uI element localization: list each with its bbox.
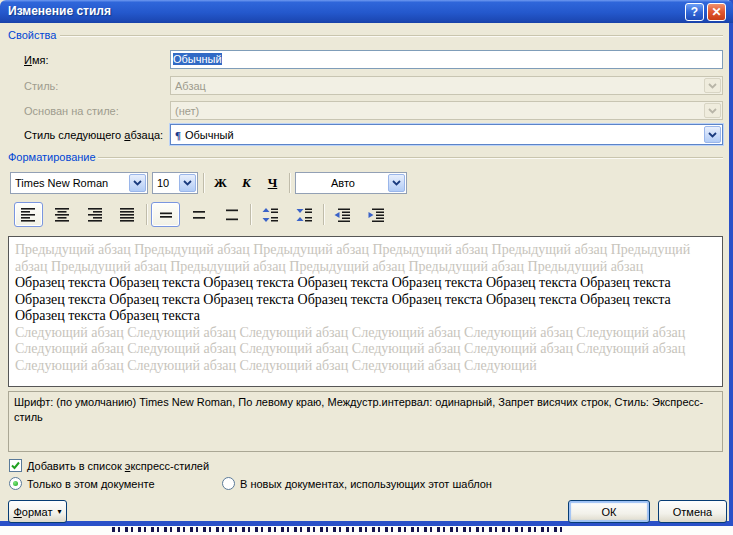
close-icon: ✕: [711, 5, 721, 19]
help-button[interactable]: ?: [685, 3, 704, 21]
next-paragraph-text: Следующий абзац Следующий абзац Следующи…: [15, 325, 716, 375]
only-this-document-radio[interactable]: [9, 477, 22, 490]
font-color-select[interactable]: Авто: [295, 172, 407, 194]
align-left-icon: [19, 206, 39, 224]
selected-text: Обычный: [173, 53, 222, 65]
align-justify-icon: [118, 206, 138, 224]
based-on-select: (нет): [170, 101, 723, 120]
toolbar-separator: [250, 204, 251, 225]
one-half-spacing-button[interactable]: [184, 202, 213, 227]
bold-button[interactable]: Ж: [208, 172, 233, 194]
formatting-section-line: [98, 157, 723, 158]
single-spacing-icon: [156, 206, 176, 224]
double-spacing-button[interactable]: [217, 202, 246, 227]
chevron-down-icon: [704, 103, 721, 118]
toolbar-separator: [203, 173, 204, 193]
toolbar-separator: [289, 173, 290, 193]
decrease-indent-button[interactable]: [327, 202, 357, 227]
single-spacing-button[interactable]: [151, 202, 180, 227]
decrease-spacing-icon: [294, 206, 314, 224]
properties-section-line: [60, 35, 723, 36]
increase-indent-button[interactable]: [361, 202, 391, 227]
chevron-down-icon: [388, 174, 405, 192]
close-button[interactable]: ✕: [707, 3, 726, 21]
checkmark-icon: [11, 461, 20, 470]
style-type-select: Абзац: [170, 76, 723, 95]
clipped-background-text: [112, 527, 564, 532]
sample-text: Образец текста Образец текста Образец те…: [15, 275, 716, 325]
align-right-button[interactable]: [81, 202, 110, 227]
next-paragraph-style-select[interactable]: ¶Обычный: [170, 124, 723, 145]
help-icon: ?: [691, 5, 698, 19]
underline-button[interactable]: Ч: [260, 172, 285, 194]
new-documents-radio[interactable]: [222, 477, 235, 490]
modify-style-dialog: Изменение стиля ? ✕ Свойства Имя: Обычны…: [0, 0, 733, 526]
format-menu-button[interactable]: Формат ▾: [8, 500, 67, 523]
font-size-select[interactable]: 10: [152, 172, 198, 194]
cancel-button[interactable]: Отмена: [658, 500, 727, 523]
style-preview-pane: Предыдущий абзац Предыдущий абзац Предыд…: [8, 236, 723, 387]
chevron-down-icon: [129, 174, 146, 192]
align-center-button[interactable]: [48, 202, 77, 227]
double-spacing-icon: [222, 206, 242, 224]
increase-paragraph-spacing-button[interactable]: [255, 202, 285, 227]
chevron-down-icon: [704, 78, 721, 93]
only-this-document-label: Только в этом документе: [27, 478, 155, 490]
dialog-title: Изменение стиля: [8, 4, 111, 18]
background-document-strip: [0, 526, 733, 535]
align-left-button[interactable]: [14, 202, 43, 227]
dropdown-arrow-icon: ▾: [58, 507, 62, 516]
chevron-down-icon: [704, 126, 721, 143]
pilcrow-icon: ¶: [175, 129, 181, 141]
title-bar: Изменение стиля ? ✕: [0, 0, 733, 23]
decrease-paragraph-spacing-button[interactable]: [289, 202, 319, 227]
font-name-select[interactable]: Times New Roman: [10, 172, 148, 194]
style-type-label: Стиль:: [24, 80, 58, 92]
name-label: Имя:: [24, 54, 48, 66]
properties-section-label: Свойства: [8, 29, 56, 41]
decrease-indent-icon: [332, 206, 352, 224]
add-to-quick-styles-checkbox[interactable]: [9, 459, 22, 472]
align-justify-button[interactable]: [113, 202, 142, 227]
toolbar-separator: [146, 204, 147, 225]
new-documents-label: В новых документах, использующих этот ша…: [240, 478, 492, 490]
add-to-quick-styles-label: Добавить в список экспресс-стилей: [27, 460, 209, 472]
italic-button[interactable]: К: [234, 172, 259, 194]
one-half-spacing-icon: [189, 206, 209, 224]
chevron-down-icon: [179, 174, 196, 192]
toolbar-separator: [323, 204, 324, 225]
based-on-label: Основан на стиле:: [24, 105, 119, 117]
next-paragraph-style-label: Стиль следующего абзаца:: [24, 129, 163, 141]
style-name-input[interactable]: Обычный: [170, 50, 723, 69]
style-description-box: Шрифт: (по умолчанию) Times New Roman, П…: [8, 391, 723, 452]
increase-spacing-icon: [260, 206, 280, 224]
align-center-icon: [53, 206, 73, 224]
align-right-icon: [86, 206, 106, 224]
style-description-text: Шрифт: (по умолчанию) Times New Roman, П…: [14, 396, 703, 423]
increase-indent-icon: [366, 206, 386, 224]
formatting-section-label: Форматирование: [8, 151, 96, 163]
previous-paragraph-text: Предыдущий абзац Предыдущий абзац Предыд…: [15, 242, 716, 275]
ok-button[interactable]: ОК: [568, 500, 650, 523]
